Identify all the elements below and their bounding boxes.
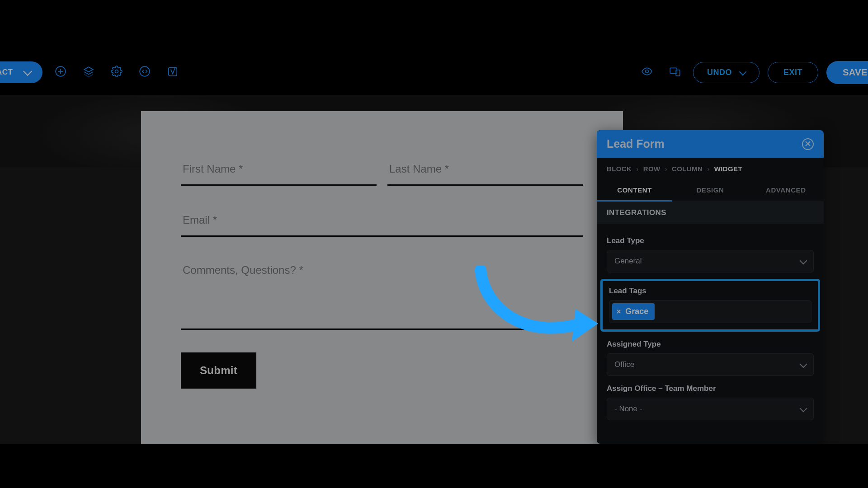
gear-icon bbox=[111, 66, 123, 79]
panel-body: Lead Type General Lead Tags × Grace Assi… bbox=[597, 224, 824, 444]
last-name-field[interactable] bbox=[387, 155, 583, 186]
assigned-type-select[interactable]: Office bbox=[607, 353, 814, 376]
section-integrations[interactable]: INTEGRATIONS bbox=[597, 202, 824, 224]
breadcrumb-widget[interactable]: WIDGET bbox=[714, 165, 742, 173]
lead-tags-input[interactable]: × Grace bbox=[609, 300, 811, 323]
exit-button[interactable]: EXIT bbox=[768, 62, 818, 83]
first-name-field[interactable] bbox=[181, 155, 377, 186]
layers-button[interactable] bbox=[79, 62, 99, 82]
add-block-button[interactable] bbox=[51, 62, 71, 82]
lead-form-widget[interactable]: Submit bbox=[181, 155, 583, 463]
lead-tags-group-highlighted: Lead Tags × Grace bbox=[600, 279, 820, 332]
lead-type-label: Lead Type bbox=[607, 236, 814, 245]
assigned-type-value: Office bbox=[614, 360, 634, 369]
eye-icon bbox=[641, 66, 653, 79]
svg-marker-3 bbox=[85, 67, 94, 72]
chevron-down-icon bbox=[800, 257, 807, 264]
chevron-right-icon: › bbox=[665, 165, 667, 173]
save-label: SAVE bbox=[843, 67, 868, 77]
save-button[interactable]: SAVE bbox=[826, 61, 868, 84]
svg-point-7 bbox=[646, 70, 649, 73]
editor-toolbar: ACT bbox=[0, 50, 868, 95]
submit-button[interactable]: Submit bbox=[181, 352, 256, 389]
tab-content[interactable]: CONTENT bbox=[597, 180, 672, 202]
assign-office-select[interactable]: - None - bbox=[607, 398, 814, 420]
chevron-down-icon bbox=[800, 404, 807, 412]
toolbar-left: ACT bbox=[9, 61, 183, 83]
panel-header: Lead Form bbox=[597, 130, 824, 158]
assign-office-label: Assign Office – Team Member bbox=[607, 384, 814, 393]
code-button[interactable] bbox=[135, 62, 155, 82]
breadcrumb-column[interactable]: COLUMN bbox=[672, 165, 703, 173]
chevron-right-icon: › bbox=[707, 165, 709, 173]
chevron-down-icon bbox=[739, 68, 747, 75]
devices-icon bbox=[669, 66, 681, 79]
lead-tag-label: Grace bbox=[625, 307, 648, 316]
chevron-down-icon bbox=[800, 360, 807, 368]
close-panel-button[interactable] bbox=[802, 138, 814, 150]
seo-button[interactable] bbox=[163, 62, 183, 82]
toolbar-right: UNDO EXIT SAVE bbox=[637, 61, 859, 84]
lead-type-select[interactable]: General bbox=[607, 250, 814, 272]
yoast-icon bbox=[167, 66, 179, 79]
lead-tags-label: Lead Tags bbox=[609, 286, 811, 296]
chevron-right-icon: › bbox=[636, 165, 638, 173]
plus-circle-icon bbox=[55, 66, 66, 79]
remove-tag-icon[interactable]: × bbox=[617, 308, 621, 315]
svg-point-5 bbox=[140, 66, 150, 76]
email-field[interactable] bbox=[181, 206, 583, 237]
tab-advanced[interactable]: ADVANCED bbox=[748, 180, 824, 202]
breadcrumb: BLOCK › ROW › COLUMN › WIDGET bbox=[597, 158, 824, 180]
responsive-button[interactable] bbox=[665, 62, 685, 82]
comments-field[interactable] bbox=[181, 258, 583, 330]
settings-button[interactable] bbox=[107, 62, 127, 82]
close-icon bbox=[805, 140, 811, 148]
page-selector-dropdown[interactable]: ACT bbox=[0, 61, 42, 83]
undo-label: UNDO bbox=[707, 68, 732, 77]
undo-button[interactable]: UNDO bbox=[693, 62, 760, 83]
widget-properties-panel: Lead Form BLOCK › ROW › COLUMN › WIDGET … bbox=[597, 130, 824, 444]
assigned-type-label: Assigned Type bbox=[607, 340, 814, 349]
svg-point-4 bbox=[115, 70, 118, 73]
panel-title: Lead Form bbox=[607, 137, 665, 150]
panel-tabs: CONTENT DESIGN ADVANCED bbox=[597, 180, 824, 202]
lead-tag-chip[interactable]: × Grace bbox=[612, 303, 655, 320]
chevron-down-icon bbox=[24, 67, 33, 76]
page-selector-label: ACT bbox=[0, 68, 13, 77]
code-circle-icon bbox=[139, 66, 151, 79]
breadcrumb-block[interactable]: BLOCK bbox=[607, 165, 632, 173]
preview-button[interactable] bbox=[637, 62, 657, 82]
layers-icon bbox=[83, 66, 94, 79]
exit-label: EXIT bbox=[783, 68, 802, 77]
lead-type-value: General bbox=[614, 257, 642, 266]
tab-design[interactable]: DESIGN bbox=[672, 180, 748, 202]
assign-office-value: - None - bbox=[614, 404, 642, 413]
breadcrumb-row[interactable]: ROW bbox=[643, 165, 660, 173]
